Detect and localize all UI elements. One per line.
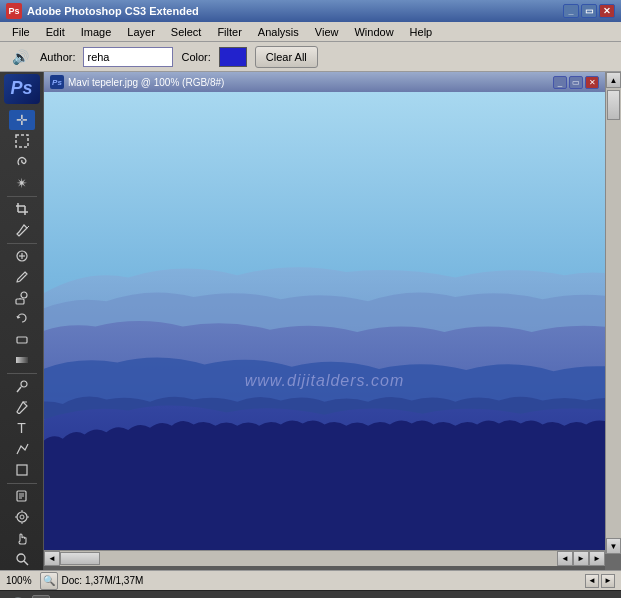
image-canvas: www.dijitalders.com [44, 92, 605, 550]
restore-button[interactable]: ▭ [581, 4, 597, 18]
dodge-tool-button[interactable] [9, 376, 35, 396]
author-input[interactable] [83, 47, 173, 67]
move-tool-button[interactable]: ✛ [9, 110, 35, 130]
right-scrollbar: ▲ ▼ [605, 72, 621, 554]
nav-next-button[interactable]: ► [601, 574, 615, 588]
app-title: Adobe Photoshop CS3 Extended [27, 5, 563, 17]
vscroll-track[interactable] [606, 88, 621, 538]
marquee-tool-button[interactable] [9, 131, 35, 151]
menu-edit[interactable]: Edit [38, 24, 73, 40]
svg-rect-12 [17, 337, 27, 343]
hscroll-right-button[interactable]: ► [589, 551, 605, 566]
doc-minimize-button[interactable]: _ [553, 76, 567, 89]
vscroll-up-button[interactable]: ▲ [606, 72, 621, 88]
path-tool-button[interactable] [9, 439, 35, 459]
doc-ps-icon: Ps [50, 75, 64, 89]
magic-wand-tool-button[interactable]: ✴ [9, 173, 35, 193]
doc-restore-button[interactable]: ▭ [569, 76, 583, 89]
brush-tool-button[interactable] [9, 267, 35, 287]
toolbar-separator-4 [7, 483, 37, 484]
doc-controls: _ ▭ ✕ [553, 76, 599, 89]
menu-file[interactable]: File [4, 24, 38, 40]
clear-all-button[interactable]: Clear All [255, 46, 318, 68]
landscape-image [44, 92, 605, 550]
svg-line-5 [27, 226, 29, 228]
menu-analysis[interactable]: Analysis [250, 24, 307, 40]
speaker-icon: 🔊 [8, 45, 32, 69]
menu-window[interactable]: Window [346, 24, 401, 40]
hscroll-thumb[interactable] [60, 552, 100, 565]
doc-close-button[interactable]: ✕ [585, 76, 599, 89]
svg-line-15 [17, 387, 21, 392]
hscroll-track[interactable] [60, 551, 557, 566]
list-item[interactable]: 🔊 ✎ Notes Tool N [0, 593, 621, 599]
color-swatch[interactable] [219, 47, 247, 67]
author-label: Author: [40, 51, 75, 63]
svg-point-23 [20, 515, 24, 519]
gradient-tool-button[interactable] [9, 350, 35, 370]
options-bar: 🔊 Author: Color: Clear All [0, 42, 621, 72]
doc-hscroll: ◄ ◄ ► ► [44, 550, 605, 566]
window-controls: _ ▭ ✕ [563, 4, 615, 18]
speaker-small-icon: 🔊 [8, 595, 26, 599]
zoom-tool-button[interactable] [9, 549, 35, 569]
menu-layer[interactable]: Layer [119, 24, 163, 40]
crop-tool-button[interactable] [9, 199, 35, 219]
vscroll-down-button[interactable]: ▼ [606, 538, 621, 554]
hscroll-nav-next-button[interactable]: ► [573, 551, 589, 566]
pen-tool-button[interactable] [9, 397, 35, 417]
doc-info: Doc: 1,37M/1,37M [62, 575, 585, 586]
svg-rect-10 [16, 299, 24, 304]
watermark: www.dijitalders.com [245, 372, 404, 390]
svg-point-14 [21, 381, 27, 387]
zoom-level: 100% [6, 575, 32, 586]
toolbar-separator-3 [7, 373, 37, 374]
main-area: Ps ✛ ✴ [0, 72, 621, 570]
close-button[interactable]: ✕ [599, 4, 615, 18]
left-toolbar: Ps ✛ ✴ [0, 72, 44, 570]
eyedropper2-tool-button[interactable] [9, 507, 35, 527]
bottom-panel: 🔊 ✎ Notes Tool N 🔊 🎵 Audio Annotation To… [0, 590, 621, 598]
shape-tool-button[interactable] [9, 460, 35, 480]
doc-title: Mavi tepeler.jpg @ 100% (RGB/8#) [68, 77, 553, 88]
menu-filter[interactable]: Filter [209, 24, 249, 40]
svg-rect-0 [16, 135, 28, 147]
stamp-tool-button[interactable] [9, 288, 35, 308]
svg-rect-17 [17, 465, 27, 475]
menu-help[interactable]: Help [402, 24, 441, 40]
type-tool-button[interactable]: T [9, 418, 35, 438]
healing-tool-button[interactable] [9, 246, 35, 266]
toolbar-separator-1 [7, 196, 37, 197]
svg-rect-13 [16, 357, 28, 363]
hscroll-nav-prev-button[interactable]: ◄ [557, 551, 573, 566]
title-bar: Ps Adobe Photoshop CS3 Extended _ ▭ ✕ [0, 0, 621, 22]
color-label: Color: [181, 51, 210, 63]
nav-buttons: ◄ ► [585, 574, 615, 588]
history-tool-button[interactable] [9, 309, 35, 329]
vscroll-thumb[interactable] [607, 90, 620, 120]
eyedropper-tool-button[interactable] [9, 220, 35, 240]
notes-tool-icon: ✎ [32, 595, 50, 599]
nav-prev-button[interactable]: ◄ [585, 574, 599, 588]
toolbar-separator-2 [7, 243, 37, 244]
ps-logo: Ps [4, 74, 40, 104]
notes-tool-button[interactable] [9, 486, 35, 506]
svg-point-22 [17, 512, 27, 522]
status-bar: 100% 🔍 Doc: 1,37M/1,37M ◄ ► [0, 570, 621, 590]
svg-line-29 [24, 561, 28, 565]
hscroll-left-button[interactable]: ◄ [44, 551, 60, 566]
lasso-tool-button[interactable] [9, 152, 35, 172]
svg-point-9 [21, 292, 27, 298]
menu-image[interactable]: Image [73, 24, 120, 40]
svg-point-28 [17, 554, 25, 562]
minimize-button[interactable]: _ [563, 4, 579, 18]
eraser-tool-button[interactable] [9, 329, 35, 349]
doc-title-bar: Ps Mavi tepeler.jpg @ 100% (RGB/8#) _ ▭ … [44, 72, 605, 92]
hand-tool-button[interactable] [9, 528, 35, 548]
app-icon: Ps [6, 3, 22, 19]
menu-select[interactable]: Select [163, 24, 210, 40]
menu-view[interactable]: View [307, 24, 347, 40]
zoom-icon[interactable]: 🔍 [40, 572, 58, 590]
menu-bar: File Edit Image Layer Select Filter Anal… [0, 22, 621, 42]
doc-window: Ps Mavi tepeler.jpg @ 100% (RGB/8#) _ ▭ … [44, 72, 605, 570]
